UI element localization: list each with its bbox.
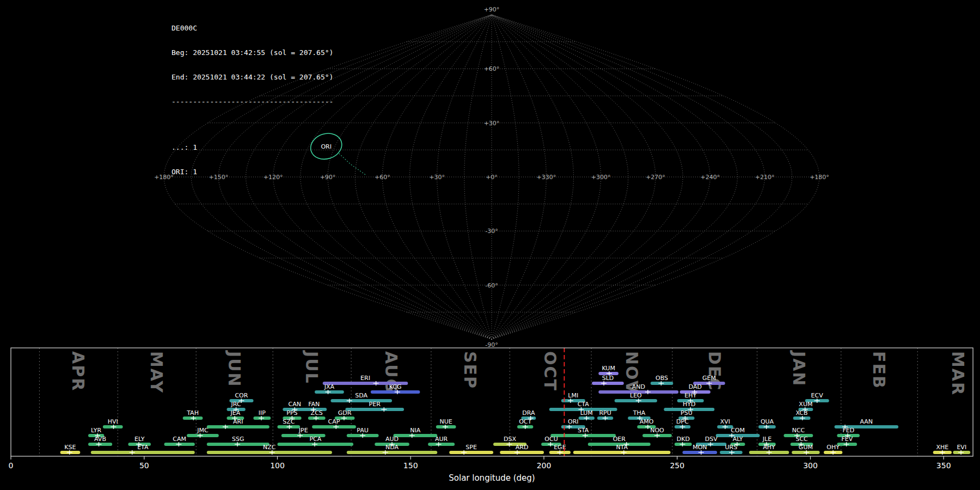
shower-label-tha: THA xyxy=(633,409,646,416)
month-label-mar: MAR xyxy=(948,351,967,396)
shower-label-ncc: NCC xyxy=(792,427,805,434)
map-lon-label: +180° xyxy=(154,174,174,181)
map-lat-label: +30° xyxy=(484,120,500,127)
x-tick-label: 150 xyxy=(403,461,418,470)
shower-label-aan: AAN xyxy=(860,418,873,425)
shower-label-dsv: DSV xyxy=(705,436,718,443)
month-label-jun: JUN xyxy=(225,350,244,388)
map-lat-label: -60° xyxy=(485,282,498,289)
sky-map: +180°+150°+120°+90°+60°+30°+0°+330°+300°… xyxy=(0,0,980,359)
shower-label-dsx: DSX xyxy=(504,436,516,443)
shower-label-eta: ETA xyxy=(137,444,149,451)
map-lon-label: +0° xyxy=(486,174,498,181)
shower-label-pps: PPS xyxy=(286,409,297,416)
shower-label-evi: EVI xyxy=(957,444,966,451)
x-tick-label: 200 xyxy=(537,461,552,470)
shower-label-nue: NUE xyxy=(439,418,452,425)
shower-label-and: AND xyxy=(632,383,645,390)
shower-label-ely: ELY xyxy=(134,436,145,443)
shower-label-kse: KSE xyxy=(64,444,76,451)
shower-label-ehy: EHY xyxy=(684,392,696,399)
radiant-drift-ORI xyxy=(339,154,366,175)
shower-label-kcg: KCG xyxy=(389,383,402,390)
shower-label-gum: GUM xyxy=(799,444,813,451)
shower-label-pca: PCA xyxy=(309,436,321,443)
shower-label-ocu: OCU xyxy=(544,436,558,443)
shower-label-dkd: DKD xyxy=(677,436,690,443)
map-lon-label: +210° xyxy=(755,174,775,181)
count-sporadic: ...: 1 xyxy=(171,143,333,151)
month-label-apr: APR xyxy=(69,351,88,391)
shower-label-sda: SDA xyxy=(355,392,367,399)
obs-end-line: End: 20251021 03:44:22 (sol = 207.65°) xyxy=(171,73,333,81)
shower-label-leo: LEO xyxy=(630,392,642,399)
shower-bar-ard xyxy=(500,451,544,454)
shower-label-cam: CAM xyxy=(173,436,186,443)
shower-label-amo: AMO xyxy=(640,418,654,425)
obs-begin-line: Beg: 20251021 03:42:55 (sol = 207.65°) xyxy=(171,48,333,57)
shower-label-dpc: DPC xyxy=(676,418,689,425)
x-tick-label: 350 xyxy=(936,461,951,470)
shower-label-xvi: XVI xyxy=(720,418,730,425)
shower-label-oct: OCT xyxy=(519,418,531,425)
shower-label-nta: NTA xyxy=(616,444,628,451)
station-id: DE000C xyxy=(171,24,333,32)
month-label-oct: OCT xyxy=(541,351,560,391)
shower-label-cta: CTA xyxy=(578,401,590,408)
shower-label-ohy: OHY xyxy=(826,444,840,451)
shower-label-lmi: LMI xyxy=(568,392,578,399)
shower-label-jea: JEA xyxy=(230,409,241,416)
shower-label-aud: AUD xyxy=(385,436,399,443)
shower-label-jle: JLE xyxy=(762,436,771,443)
map-lat-label: -30° xyxy=(485,228,498,235)
shower-label-hvi: HVI xyxy=(108,418,118,425)
shower-label-lyr: LYR xyxy=(91,427,101,434)
shower-label-xum: XUM xyxy=(799,401,812,408)
map-lon-label: +270° xyxy=(646,174,665,181)
shower-label-lum: LUM xyxy=(580,409,593,416)
x-tick-label: 250 xyxy=(670,461,684,470)
shower-label-ard: ARD xyxy=(516,444,529,451)
shower-label-nda: NDA xyxy=(385,444,399,451)
shower-label-noo: NOO xyxy=(650,427,664,434)
count-ori: ORI: 1 xyxy=(171,168,333,176)
shower-label-jmc: JMC xyxy=(197,427,209,434)
map-lon-label: +240° xyxy=(700,174,720,181)
shower-label-rpu: RPU xyxy=(599,409,611,416)
shower-label-ahy: AHY xyxy=(763,444,775,451)
shower-bar-nia xyxy=(393,434,437,437)
shower-label-jrc: JRC xyxy=(231,401,241,408)
shower-label-fev: FEV xyxy=(841,436,853,443)
shower-label-sld: SLD xyxy=(602,375,614,382)
shower-label-spe: SPE xyxy=(465,444,477,451)
x-tick-label: 50 xyxy=(139,461,149,470)
shower-label-gem: GEM xyxy=(702,375,716,382)
map-lon-label: +330° xyxy=(536,174,556,181)
shower-label-pau: PAU xyxy=(357,427,369,434)
month-label-may: MAY xyxy=(147,351,166,394)
shower-label-qua: QUA xyxy=(761,418,774,425)
info-gap xyxy=(171,122,333,127)
shower-bar-spe xyxy=(449,451,493,454)
shower-bar-per xyxy=(345,408,404,411)
shower-label-sta: STA xyxy=(578,427,589,434)
shower-label-kum: KUM xyxy=(602,365,615,372)
meteor-observation-screen: +180°+150°+120°+90°+60°+30°+0°+330°+300°… xyxy=(0,0,980,490)
shower-label-xcb: XCB xyxy=(796,409,808,416)
shower-label-cap: CAP xyxy=(328,418,340,425)
shower-label-hyd: HYD xyxy=(683,401,695,408)
month-label-dec: DEC xyxy=(705,351,724,391)
shower-label-avb: AVB xyxy=(94,436,106,443)
shower-label-com: COM xyxy=(731,427,745,434)
shower-label-oer: OER xyxy=(613,436,626,443)
shower-label-dra: DRA xyxy=(522,409,535,416)
shower-bar-ari xyxy=(207,425,270,428)
map-lat-label: +90° xyxy=(484,6,500,13)
map-lon-label: +30° xyxy=(429,174,445,181)
map-lon-label: +180° xyxy=(810,174,829,181)
shower-label-obs: OBS xyxy=(656,375,668,382)
shower-label-mon: MON xyxy=(693,444,707,451)
shower-label-can: CAN xyxy=(289,401,301,408)
shower-label-ori: ORI xyxy=(568,418,579,425)
shower-bar-sda xyxy=(330,399,392,402)
